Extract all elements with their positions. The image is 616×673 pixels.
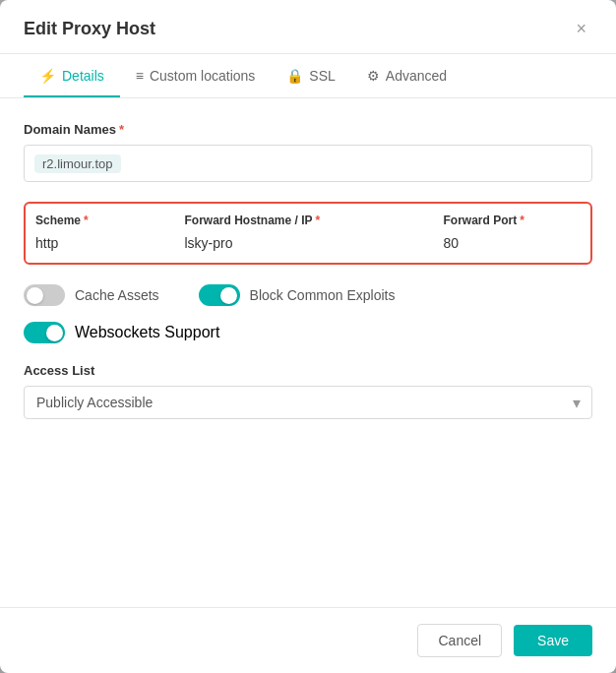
tab-advanced[interactable]: ⚙ Advanced [351, 54, 462, 97]
domain-names-label: Domain Names* [24, 122, 592, 137]
forward-port-input[interactable] [444, 233, 581, 253]
modal-title: Edit Proxy Host [24, 19, 155, 39]
websockets-slider [24, 322, 65, 343]
websockets-label: Websockets Support [75, 324, 219, 341]
tabs-bar: ⚡ Details ≡ Custom locations 🔒 SSL ⚙ Adv… [0, 54, 616, 98]
tab-ssl-label: SSL [309, 68, 335, 84]
access-list-group: Access List Publicly Accessible [24, 363, 592, 419]
details-icon: ⚡ [39, 68, 56, 84]
modal-header: Edit Proxy Host × [0, 0, 616, 54]
domain-names-input[interactable]: r2.limour.top [24, 145, 592, 182]
block-exploits-slider [199, 284, 240, 306]
domain-names-group: Domain Names* r2.limour.top [24, 122, 592, 182]
tab-advanced-label: Advanced [386, 68, 447, 84]
access-list-label: Access List [24, 363, 592, 378]
forward-port-label: Forward Port* [444, 214, 581, 227]
save-button[interactable]: Save [514, 625, 592, 656]
websockets-toggle[interactable] [24, 322, 65, 343]
scheme-input[interactable] [35, 233, 172, 253]
domain-tag: r2.limour.top [34, 154, 121, 173]
advanced-icon: ⚙ [367, 68, 380, 84]
tab-details-label: Details [62, 68, 104, 84]
tab-custom-locations-label: Custom locations [150, 68, 255, 84]
cache-assets-toggle[interactable] [24, 284, 65, 306]
forward-hostname-label: Forward Hostname / IP* [184, 214, 431, 227]
forward-hostname-input[interactable] [184, 233, 431, 253]
scheme-group: Scheme* [35, 214, 172, 253]
modal-overlay: Edit Proxy Host × ⚡ Details ≡ Custom loc… [0, 0, 616, 673]
cache-assets-slider [24, 284, 65, 306]
block-exploits-toggle-item: Block Common Exploits [199, 284, 396, 306]
close-button[interactable]: × [570, 18, 592, 39]
tab-custom-locations[interactable]: ≡ Custom locations [120, 54, 272, 97]
cache-assets-toggle-item: Cache Assets [24, 284, 159, 306]
access-list-select[interactable]: Publicly Accessible [24, 386, 592, 419]
access-list-select-wrapper: Publicly Accessible [24, 386, 592, 419]
tab-ssl[interactable]: 🔒 SSL [271, 54, 350, 97]
scheme-label: Scheme* [35, 214, 172, 227]
cache-assets-label: Cache Assets [75, 287, 159, 303]
ssl-icon: 🔒 [286, 68, 303, 84]
custom-locations-icon: ≡ [136, 68, 144, 84]
forward-port-group: Forward Port* [444, 214, 581, 253]
edit-proxy-host-modal: Edit Proxy Host × ⚡ Details ≡ Custom loc… [0, 0, 616, 673]
toggles-row-1: Cache Assets Block Common Exploits [24, 284, 592, 306]
cancel-button[interactable]: Cancel [417, 624, 502, 657]
websockets-row: Websockets Support [24, 322, 592, 343]
modal-footer: Cancel Save [0, 607, 616, 673]
block-exploits-label: Block Common Exploits [250, 287, 396, 303]
block-exploits-toggle[interactable] [199, 284, 240, 306]
scheme-forward-group: Scheme* Forward Hostname / IP* Forward P… [24, 202, 592, 265]
tab-details[interactable]: ⚡ Details [24, 54, 120, 97]
modal-body: Domain Names* r2.limour.top Scheme* Forw… [0, 98, 616, 607]
forward-hostname-group: Forward Hostname / IP* [184, 214, 431, 253]
